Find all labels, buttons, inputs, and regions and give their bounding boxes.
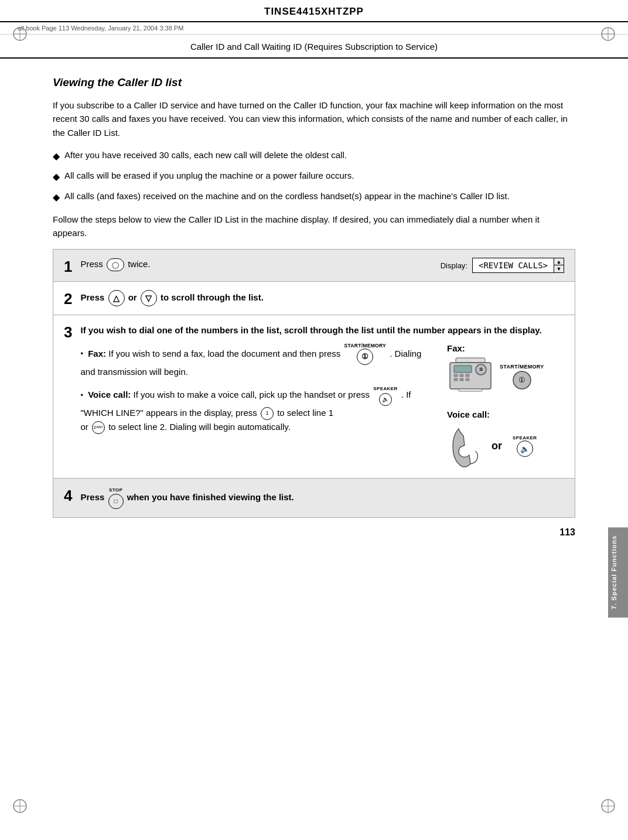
fax-diagram-label: Fax:: [447, 343, 564, 353]
section-title: Viewing the Caller ID list: [53, 76, 575, 89]
step-1-text: Press ◯ twice.: [80, 258, 428, 271]
voice-text4: or: [80, 422, 88, 432]
bullet-item-1: ◆ After you have received 30 calls, each…: [53, 149, 575, 163]
svg-rect-18: [454, 378, 458, 381]
fax-bullet: • Fax: If you wish to send a fax, load t…: [80, 343, 429, 379]
side-tab: 7. Special Functions: [608, 527, 628, 617]
voice-diagram-label: Voice call:: [447, 409, 564, 419]
step-1: 1 Press ◯ twice. Display: <REVIEW CALLS>: [53, 250, 575, 282]
step-3-body: • Fax: If you wish to send a fax, load t…: [80, 343, 564, 470]
menu-button[interactable]: ◯: [107, 258, 124, 271]
follow-paragraph: Follow the steps below to view the Calle…: [53, 213, 575, 240]
fax-machine-svg: ①: [447, 357, 494, 398]
down-arrow-button[interactable]: ▽: [141, 290, 157, 306]
step-4-content: Press STOP □ when you have finished view…: [80, 487, 564, 509]
line1-button[interactable]: 1: [261, 407, 274, 420]
display-arrow-down[interactable]: ▼: [554, 265, 564, 272]
step-3-header: If you wish to dial one of the numbers i…: [80, 323, 564, 337]
fax-illustration: ① START/MEMORY ①: [447, 357, 564, 398]
start-memory-circle[interactable]: ①: [357, 349, 373, 365]
voice-bullet-bold: Voice call:: [88, 390, 131, 399]
start-memory-button[interactable]: START/MEMORY ①: [344, 343, 386, 366]
step-3: 3 If you wish to dial one of the numbers…: [53, 315, 575, 478]
svg-rect-12: [456, 358, 485, 363]
fax-diagram: Fax:: [447, 343, 564, 398]
bullet-diamond-3: ◆: [53, 190, 60, 204]
speaker-label: SPEAKER: [373, 385, 397, 392]
step-1-row: Press ◯ twice. Display: <REVIEW CALLS> ▲…: [80, 258, 564, 273]
step-1-number: 1: [64, 259, 72, 274]
step-2-press: Press: [80, 292, 104, 302]
handset-svg: [447, 423, 482, 470]
step-1-text-before: Press: [80, 259, 103, 269]
stop-circle[interactable]: □: [108, 494, 124, 509]
step-2-or: or: [128, 292, 137, 302]
start-memory-label: START/MEMORY: [344, 343, 386, 349]
step-4: 4 Press STOP □ when you have finished vi…: [53, 479, 575, 517]
corner-mark-bl: [12, 798, 28, 814]
fax-bullet-text: If you wish to send a fax, load the docu…: [108, 348, 340, 358]
bullet-diamond-2: ◆: [53, 170, 60, 184]
main-content: Viewing the Caller ID list If you subscr…: [0, 76, 628, 518]
voice-text5: to select line 2. Dialing will begin aut…: [108, 422, 291, 432]
or-text-diagram: or: [492, 440, 502, 452]
book-metadata: all.book Page 113 Wednesday, January 21,…: [0, 22, 628, 35]
voice-bullet-dot: •: [80, 391, 83, 399]
step-2-text: Press △ or ▽ to scroll through the list.: [80, 290, 564, 306]
line2-button[interactable]: 2ABC: [92, 421, 105, 434]
svg-rect-16: [460, 374, 463, 377]
svg-rect-20: [466, 378, 469, 381]
step-4-number: 4: [64, 488, 72, 503]
svg-rect-19: [460, 378, 463, 381]
bullet-text-2: All calls will be erased if you unplug t…: [64, 169, 354, 183]
svg-text:①: ①: [479, 367, 483, 371]
step-2-text-after: to scroll through the list.: [161, 292, 264, 302]
fax-bullet-bold: Fax:: [88, 348, 106, 358]
stop-button[interactable]: STOP □: [108, 487, 124, 509]
bullet-text-1: After you have received 30 calls, each n…: [64, 149, 347, 162]
sm-circle-svg: ①: [511, 370, 533, 391]
bullet-item-3: ◆ All calls (and faxes) received on the …: [53, 190, 575, 204]
step-4-text-before: Press: [80, 491, 104, 501]
corner-mark-tr: [600, 26, 616, 42]
svg-rect-23: [459, 389, 482, 391]
step-4-text-after: when you have finished viewing the list.: [127, 491, 294, 501]
bullet-diamond-1: ◆: [53, 149, 60, 163]
step-3-diagrams: Fax:: [447, 343, 564, 470]
display-box-wrapper: <REVIEW CALLS> ▲ ▼: [472, 258, 564, 273]
speaker-diagram-circle[interactable]: 🔈: [517, 441, 533, 457]
svg-text:①: ①: [518, 375, 525, 384]
step-1-text-mid: twice.: [128, 259, 150, 269]
step-2-content: Press △ or ▽ to scroll through the list.: [80, 290, 564, 306]
speaker-diagram-btn[interactable]: SPEAKER 🔈: [513, 435, 537, 457]
chapter-header: Caller ID and Call Waiting ID (Requires …: [0, 35, 628, 59]
intro-paragraph: If you subscribe to a Caller ID service …: [53, 98, 575, 139]
stop-label: STOP: [109, 487, 122, 494]
page-number: 113: [0, 518, 628, 544]
voice-diagram: Voice call: or: [447, 409, 564, 470]
up-arrow-button[interactable]: △: [108, 290, 125, 306]
display-label: Display:: [441, 261, 467, 270]
svg-rect-15: [454, 374, 458, 377]
speaker-circle[interactable]: 🔈: [379, 393, 392, 406]
step-1-display: Display: <REVIEW CALLS> ▲ ▼: [441, 258, 564, 273]
speaker-button[interactable]: SPEAKER 🔈: [373, 385, 397, 405]
step-3-number: 3: [64, 325, 72, 340]
speaker-diagram-label: SPEAKER: [513, 435, 537, 441]
voice-bullet: • Voice call: If you wish to make a voic…: [80, 385, 429, 433]
svg-rect-17: [466, 374, 469, 377]
display-value: <REVIEW CALLS>: [472, 258, 554, 273]
step-1-content: Press ◯ twice. Display: <REVIEW CALLS> ▲…: [80, 258, 564, 273]
corner-mark-br: [600, 798, 616, 814]
step-4-text: Press STOP □ when you have finished view…: [80, 487, 564, 509]
step-2: 2 Press △ or ▽ to scroll through the lis…: [53, 282, 575, 315]
start-memory-diagram-btn: START/MEMORY ①: [500, 364, 544, 391]
display-scroll-arrows[interactable]: ▲ ▼: [554, 258, 564, 273]
fax-bullet-dot: •: [80, 349, 83, 358]
bullet-item-2: ◆ All calls will be erased if you unplug…: [53, 169, 575, 184]
voice-illustration: or SPEAKER 🔈: [447, 423, 564, 470]
bullet-text-3: All calls (and faxes) received on the ma…: [64, 190, 510, 203]
step-3-left: • Fax: If you wish to send a fax, load t…: [80, 343, 429, 470]
display-arrow-up[interactable]: ▲: [554, 258, 564, 265]
sm-label-text: START/MEMORY: [500, 364, 544, 370]
